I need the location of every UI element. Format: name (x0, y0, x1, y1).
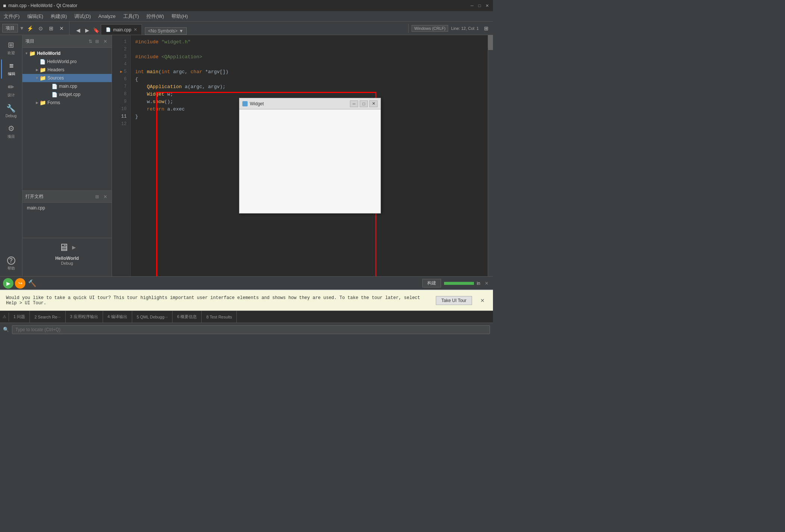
debug-device-row: 🖥 ▶ (59, 241, 76, 253)
tree-arrow-headers: ▶ (34, 68, 40, 72)
expand-editor-button[interactable]: ⊞ (482, 24, 491, 33)
design-icon: ✏ (8, 83, 14, 91)
sidebar-item-project[interactable]: ⚙ 项目 (1, 122, 21, 141)
breakpoint-marker-5: ▶ (120, 69, 122, 74)
bookmark-button[interactable]: 🔖 (92, 26, 101, 35)
sidebar-item-welcome[interactable]: ⊞ 欢迎 (1, 38, 21, 58)
close-button[interactable]: ✕ (484, 3, 490, 9)
app-icon: ■ (3, 3, 6, 9)
run-button[interactable]: ▶ (3, 278, 13, 289)
symbols-dropdown[interactable]: <No Symbols> ▼ (145, 27, 187, 35)
project-tree: ▼ 📁 HelloWorld 📄 HelloWorld.pro ▶ (22, 48, 112, 190)
debug-run-button[interactable]: ↪ (15, 278, 25, 289)
code-kw-int2: int (161, 69, 173, 75)
editor-area[interactable]: 1 2 3 4 ▶ 5 6 7 8 9 10 (112, 35, 493, 276)
file-tab-icon: 📄 (106, 27, 111, 32)
bottom-tab-appoutput[interactable]: 3 应用程序输出 (66, 311, 103, 323)
toolbar: 项目 ▼ ⚡ ⊙ ⊞ ✕ ◀ ▶ 🔖 📄 main.cpp ✕ <No Symb… (0, 22, 493, 35)
notification-close-button[interactable]: ✕ (478, 296, 487, 305)
restore-button[interactable]: □ (477, 3, 483, 9)
code-include-1: #include (135, 39, 161, 45)
minimize-button[interactable]: ─ (469, 3, 475, 9)
code-widget: Widget (147, 91, 167, 97)
code-line-7: QApplication a(argc, argv); (135, 83, 488, 90)
bottom-tab-problems[interactable]: 1 问题 (9, 311, 30, 323)
bottom-tab-compile[interactable]: 4 编译输出 (103, 311, 132, 323)
notification-and: and (261, 295, 270, 301)
project-arrow-icon: ▼ (19, 25, 24, 31)
menu-debug[interactable]: 调试(D) (71, 11, 94, 21)
open-docs-content: main.cpp (22, 203, 112, 238)
tree-item-helloworld[interactable]: ▼ 📁 HelloWorld (22, 49, 112, 57)
menu-file[interactable]: 文件(F) (0, 11, 24, 21)
bottom-tab-general[interactable]: 6 概要信息 (173, 311, 202, 323)
open-docs-header: 打开文档 ⊞ ✕ (22, 191, 112, 203)
code-indent-9 (135, 99, 147, 105)
bottom-tab-search[interactable]: 2 Search Re··· (30, 311, 65, 323)
line-num-8: 8 (112, 90, 130, 98)
title-bar: ■ main.cpp - HelloWorld - Qt Creator ─ □… (0, 0, 493, 11)
bottom-tab-test[interactable]: 8 Test Results (202, 311, 237, 323)
link-button[interactable]: ⊙ (36, 24, 45, 33)
project-panel-close-btn[interactable]: ✕ (102, 38, 109, 45)
open-docs-expand-btn[interactable]: ⊞ (94, 193, 100, 200)
widget-titlebar: Widget ─ □ ✕ (239, 98, 381, 109)
menu-help[interactable]: 帮助(H) (168, 11, 192, 21)
file-tab-main[interactable]: 📄 main.cpp ✕ (101, 24, 142, 35)
editor-scrollbar-right[interactable] (488, 35, 493, 276)
action-bar: ▶ ↪ 🔨 构建 in ✕ (0, 276, 493, 290)
close-panel-button[interactable]: ✕ (57, 24, 66, 33)
project-panel: 项目 ⇅ ⊞ ✕ ▼ 📁 HelloWorld (22, 35, 112, 276)
locate-input[interactable] (12, 325, 490, 334)
menu-build[interactable]: 构建(B) (47, 11, 71, 21)
widget-title-area: Widget (242, 101, 350, 106)
menu-analyze[interactable]: Analyze (94, 11, 119, 21)
tree-item-headers[interactable]: ▶ 📁 Headers (22, 66, 112, 74)
widget-close-btn[interactable]: ✕ (369, 100, 378, 107)
tree-item-forms[interactable]: ▶ 📁 Forms (22, 99, 112, 107)
take-ui-tour-button[interactable]: Take UI Tour (436, 296, 472, 305)
bottom-tab-qml[interactable]: 5 QML Debugg··· (132, 311, 173, 323)
widget-minimize-btn[interactable]: ─ (350, 100, 358, 107)
split-button[interactable]: ⊞ (47, 24, 56, 33)
sidebar-item-debug[interactable]: 🔧 Debug (1, 102, 21, 120)
code-line-6: { (135, 75, 488, 83)
tree-label-widgetcpp: widget.cpp (59, 92, 112, 97)
messages-icon[interactable]: ⚠ (0, 312, 9, 321)
back-button[interactable]: ◀ (74, 26, 83, 35)
debug-bottom-section: 🖥 ▶ HelloWorld Debug (22, 238, 112, 276)
menu-edit[interactable]: 编辑(E) (24, 11, 47, 21)
menu-tools[interactable]: 工具(T) (120, 11, 143, 21)
open-docs-close-btn[interactable]: ✕ (102, 193, 109, 200)
project-dropdown[interactable]: 项目 (2, 24, 18, 32)
title-bar-text: main.cpp - HelloWorld - Qt Creator (8, 3, 77, 8)
sidebar-item-label-design: 设计 (7, 93, 15, 98)
open-docs-file-maincpp[interactable]: main.cpp (25, 204, 109, 212)
sidebar-item-edit[interactable]: ≡ 编辑 (1, 59, 21, 79)
build-button[interactable]: 🔨 (27, 278, 37, 289)
tree-item-widgetcpp[interactable]: 📄 widget.cpp (22, 90, 112, 99)
widget-restore-btn[interactable]: □ (360, 100, 368, 107)
build-close-btn[interactable]: ✕ (483, 280, 490, 287)
forward-button[interactable]: ▶ (83, 26, 92, 35)
code-return: return (147, 106, 167, 112)
tree-item-helloworldpro[interactable]: 📄 HelloWorld.pro (22, 57, 112, 66)
build-label: 构建 (427, 280, 436, 286)
project-panel-expand-btn[interactable]: ⊞ (94, 38, 100, 45)
code-param-argv: *argv[]) (205, 69, 228, 75)
tree-item-sources[interactable]: ▼ 📁 Sources (22, 74, 112, 82)
sidebar-item-design[interactable]: ✏ 设计 (1, 80, 21, 100)
notification-this: This (114, 295, 124, 301)
menu-widgets[interactable]: 控件(W) (143, 11, 168, 21)
widget-controls: ─ □ ✕ (350, 100, 378, 107)
widget-window[interactable]: Widget ─ □ ✕ (239, 98, 381, 214)
editor-with-scroll: 1 2 3 4 ▶ 5 6 7 8 9 10 (112, 35, 493, 276)
build-progress-bar (444, 282, 474, 285)
scrollbar-thumb[interactable] (488, 35, 493, 50)
code-line-5: int main(int argc, char *argv[]) (135, 68, 488, 75)
filter-button[interactable]: ⚡ (26, 24, 35, 33)
file-tab-close[interactable]: ✕ (134, 27, 137, 32)
tree-item-maincpp[interactable]: 📄 main.cpp (22, 82, 112, 90)
code-kw-char: char (190, 69, 205, 75)
sidebar-item-help[interactable]: ? 帮助 (1, 254, 21, 273)
